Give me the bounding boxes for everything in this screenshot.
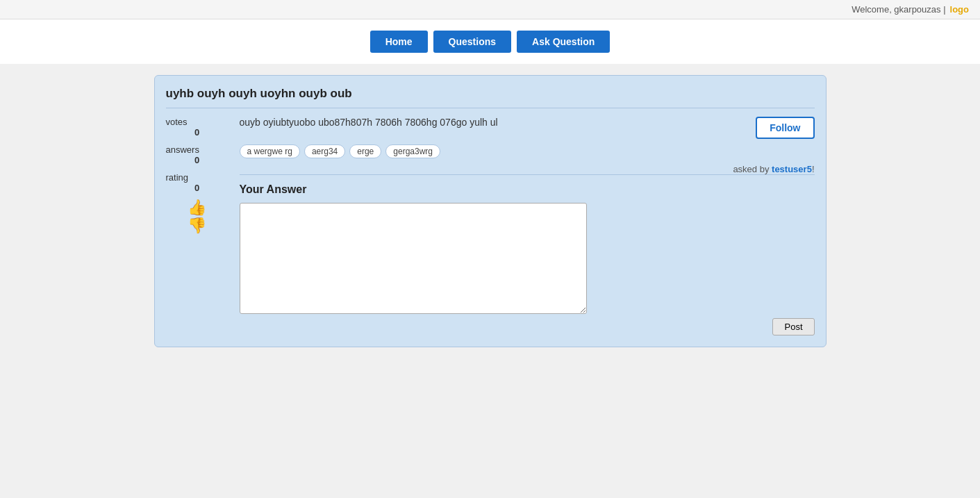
ask-question-button[interactable]: Ask Question bbox=[517, 31, 610, 53]
thumbs-up-button[interactable]: 👍 bbox=[166, 200, 229, 215]
welcome-text: Welcome, gkarpouzas | bbox=[852, 4, 945, 15]
answers-label: answers bbox=[166, 144, 229, 155]
question-text: ouyb oyiubtyuobo ubo87h807h 7806h 7806hg… bbox=[240, 117, 498, 128]
rating-value: 0 bbox=[166, 183, 229, 193]
tags-container: a wergwe rgaerg34ergegerga3wrg bbox=[240, 144, 815, 158]
asked-by: asked by testuser5! bbox=[240, 164, 815, 174]
tag[interactable]: erge bbox=[349, 144, 381, 158]
question-body: votes 0 answers 0 rating 0 👍 👎 bbox=[166, 117, 815, 335]
post-btn-wrapper: Post bbox=[467, 318, 815, 335]
rating-label: rating bbox=[166, 172, 229, 183]
post-button[interactable]: Post bbox=[772, 318, 814, 335]
question-meta: votes 0 answers 0 rating 0 👍 👎 bbox=[166, 117, 229, 335]
asked-by-suffix: ! bbox=[812, 164, 815, 174]
answers-value: 0 bbox=[166, 155, 229, 165]
vote-buttons: 👍 👎 bbox=[166, 200, 229, 233]
question-content: ouyb oyiubtyuobo ubo87h807h 7806h 7806hg… bbox=[240, 117, 815, 335]
answer-textarea[interactable] bbox=[240, 203, 587, 314]
main-content: uyhb ouyh ouyh uoyhn ouyb oub votes 0 an… bbox=[143, 64, 838, 358]
answer-title: Your Answer bbox=[240, 183, 815, 196]
answer-section: Your Answer Post bbox=[240, 174, 815, 335]
tag[interactable]: aerg34 bbox=[304, 144, 345, 158]
asked-by-prefix: asked by bbox=[733, 164, 769, 174]
logo-link[interactable]: logo bbox=[950, 4, 969, 15]
home-button[interactable]: Home bbox=[370, 31, 428, 53]
thumbs-down-button[interactable]: 👎 bbox=[166, 218, 229, 233]
rating-section: rating 0 bbox=[166, 172, 229, 193]
follow-button[interactable]: Follow bbox=[756, 117, 814, 139]
tag[interactable]: a wergwe rg bbox=[240, 144, 300, 158]
header: Welcome, gkarpouzas | logo bbox=[0, 0, 980, 19]
nav-bar: Home Questions Ask Question bbox=[0, 19, 980, 64]
asked-by-username[interactable]: testuser5 bbox=[772, 164, 812, 174]
votes-label: votes bbox=[166, 117, 229, 127]
votes-section: votes 0 bbox=[166, 117, 229, 138]
question-title: uyhb ouyh ouyh uoyhn ouyb oub bbox=[166, 87, 815, 108]
answers-section: answers 0 bbox=[166, 144, 229, 165]
votes-value: 0 bbox=[166, 127, 229, 138]
question-card: uyhb ouyh ouyh uoyhn ouyb oub votes 0 an… bbox=[154, 75, 827, 347]
tag[interactable]: gerga3wrg bbox=[385, 144, 440, 158]
questions-button[interactable]: Questions bbox=[433, 31, 511, 53]
